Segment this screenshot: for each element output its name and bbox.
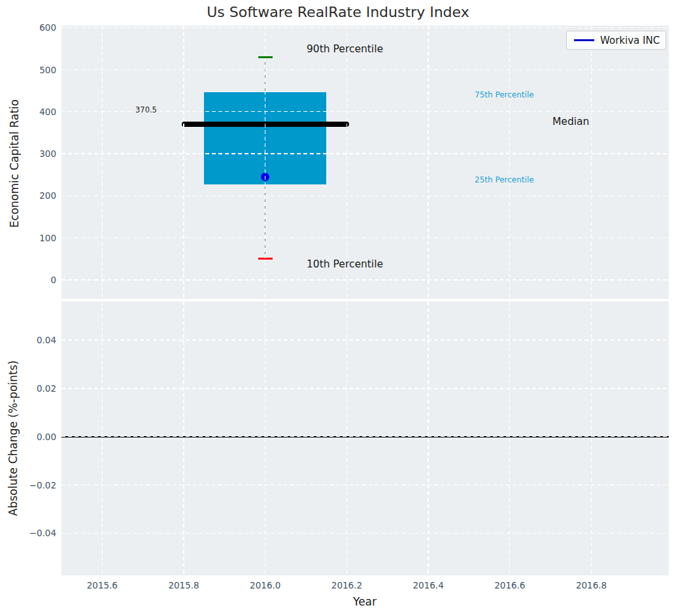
x-tick-label: 2016.4 (405, 579, 451, 591)
y-tick-label: 600 (0, 22, 56, 33)
y-tick-label: 0.02 (0, 383, 56, 394)
bottom-plot-panel (61, 301, 669, 575)
annotation-median: Median (552, 116, 589, 128)
x-tick-label: 2015.8 (161, 579, 207, 591)
annotation-90th-percentile: 90th Percentile (307, 43, 383, 55)
y-tick-label: −0.02 (0, 479, 56, 491)
y-tick-label: 400 (0, 106, 56, 118)
y-tick-label: 0.04 (0, 334, 56, 346)
y-tick-label: 300 (0, 148, 56, 160)
annotation-median-value: 370.5 (135, 105, 157, 114)
x-tick-label: 2016.6 (487, 579, 533, 591)
x-tick-label: 2016.2 (324, 579, 369, 591)
legend: Workiva INC (566, 31, 666, 50)
annotation-75th-percentile: 75th Percentile (475, 90, 534, 99)
figure: Us Software RealRate Industry Index 90th… (0, 0, 676, 616)
x-tick-label: 2015.6 (79, 579, 125, 591)
y-tick-label: 100 (0, 232, 56, 244)
x-tick-label: 2016.8 (569, 579, 615, 591)
x-tick-label: 2016.0 (243, 579, 288, 591)
y-tick-label: 500 (0, 64, 56, 76)
y-tick-label: 0.00 (0, 431, 56, 443)
x-axis-label: Year (332, 595, 397, 608)
chart-title: Us Software RealRate Industry Index (0, 4, 676, 20)
y-tick-label: 200 (0, 190, 56, 201)
y-tick-label: 0 (0, 274, 56, 286)
legend-label: Workiva INC (600, 35, 660, 46)
y-tick-label: −0.04 (0, 527, 56, 539)
legend-line-sample (574, 39, 594, 41)
annotation-25th-percentile: 25th Percentile (475, 175, 534, 184)
annotation-10th-percentile: 10th Percentile (307, 258, 383, 270)
